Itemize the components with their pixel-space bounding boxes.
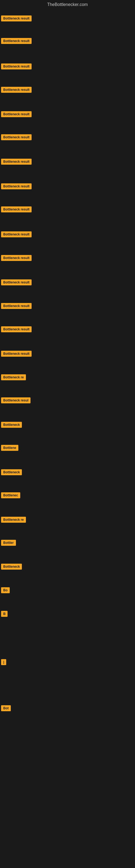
bottleneck-item-6: Bottleneck result bbox=[1, 134, 32, 141]
bottleneck-badge-27[interactable]: | bbox=[1, 659, 6, 665]
bottleneck-item-10: Bottleneck result bbox=[1, 231, 32, 239]
bottleneck-item-28: Bot bbox=[1, 705, 11, 712]
bottleneck-badge-25[interactable]: Bo bbox=[1, 587, 10, 593]
bottleneck-badge-18[interactable]: Bottleneck bbox=[1, 422, 22, 428]
bottleneck-badge-14[interactable]: Bottleneck result bbox=[1, 326, 32, 332]
bottleneck-item-16: Bottleneck re bbox=[1, 374, 26, 381]
bottleneck-badge-13[interactable]: Bottleneck result bbox=[1, 303, 32, 309]
bottleneck-badge-2[interactable]: Bottleneck result bbox=[1, 38, 32, 44]
bottleneck-item-21: Bottlenec bbox=[1, 492, 20, 499]
bottleneck-badge-1[interactable]: Bottleneck result bbox=[1, 16, 32, 22]
bottleneck-item-24: Bottleneck bbox=[1, 564, 22, 571]
bottleneck-badge-24[interactable]: Bottleneck bbox=[1, 564, 22, 569]
bottleneck-badge-17[interactable]: Bottleneck resul bbox=[1, 397, 31, 403]
bottleneck-item-1: Bottleneck result bbox=[1, 16, 32, 23]
bottleneck-item-9: Bottleneck result bbox=[1, 207, 32, 214]
bottleneck-badge-16[interactable]: Bottleneck re bbox=[1, 374, 26, 380]
bottleneck-item-26: B bbox=[1, 611, 8, 618]
bottleneck-item-2: Bottleneck result bbox=[1, 38, 32, 45]
bottleneck-badge-22[interactable]: Bottleneck re bbox=[1, 517, 26, 523]
bottleneck-item-27: | bbox=[1, 659, 6, 666]
bottleneck-badge-10[interactable]: Bottleneck result bbox=[1, 231, 32, 237]
bottleneck-item-17: Bottleneck resul bbox=[1, 397, 31, 404]
bottleneck-badge-23[interactable]: Bottler bbox=[1, 540, 16, 546]
bottleneck-badge-3[interactable]: Bottleneck result bbox=[1, 63, 32, 69]
bottleneck-badge-21[interactable]: Bottlenec bbox=[1, 492, 20, 498]
bottleneck-item-18: Bottleneck bbox=[1, 422, 22, 429]
bottleneck-item-5: Bottleneck result bbox=[1, 111, 32, 118]
bottleneck-badge-7[interactable]: Bottleneck result bbox=[1, 159, 32, 165]
bottleneck-badge-11[interactable]: Bottleneck result bbox=[1, 255, 32, 261]
bottleneck-item-11: Bottleneck result bbox=[1, 255, 32, 262]
bottleneck-badge-26[interactable]: B bbox=[1, 611, 8, 617]
bottleneck-item-4: Bottleneck result bbox=[1, 87, 32, 94]
bottleneck-item-8: Bottleneck result bbox=[1, 183, 32, 190]
bottleneck-item-19: Bottlene bbox=[1, 445, 18, 452]
bottleneck-item-3: Bottleneck result bbox=[1, 63, 32, 70]
bottleneck-badge-9[interactable]: Bottleneck result bbox=[1, 207, 32, 212]
bottleneck-badge-20[interactable]: Bottleneck bbox=[1, 469, 22, 475]
bottleneck-badge-5[interactable]: Bottleneck result bbox=[1, 111, 32, 117]
bottleneck-item-7: Bottleneck result bbox=[1, 159, 32, 166]
bottleneck-badge-28[interactable]: Bot bbox=[1, 705, 11, 711]
bottleneck-badge-12[interactable]: Bottleneck result bbox=[1, 279, 32, 285]
bottleneck-item-13: Bottleneck result bbox=[1, 303, 32, 310]
bottleneck-item-20: Bottleneck bbox=[1, 469, 22, 476]
bottleneck-item-15: Bottleneck result bbox=[1, 351, 32, 358]
bottleneck-badge-4[interactable]: Bottleneck result bbox=[1, 87, 32, 93]
site-title: TheBottlenecker.com bbox=[0, 0, 135, 9]
bottleneck-item-12: Bottleneck result bbox=[1, 279, 32, 286]
bottleneck-item-14: Bottleneck result bbox=[1, 326, 32, 333]
bottleneck-badge-6[interactable]: Bottleneck result bbox=[1, 134, 32, 140]
bottleneck-badge-8[interactable]: Bottleneck result bbox=[1, 183, 32, 189]
bottleneck-item-22: Bottleneck re bbox=[1, 517, 26, 524]
bottleneck-badge-15[interactable]: Bottleneck result bbox=[1, 351, 32, 357]
bottleneck-item-25: Bo bbox=[1, 587, 10, 594]
bottleneck-badge-19[interactable]: Bottlene bbox=[1, 445, 18, 451]
bottleneck-item-23: Bottler bbox=[1, 540, 16, 547]
